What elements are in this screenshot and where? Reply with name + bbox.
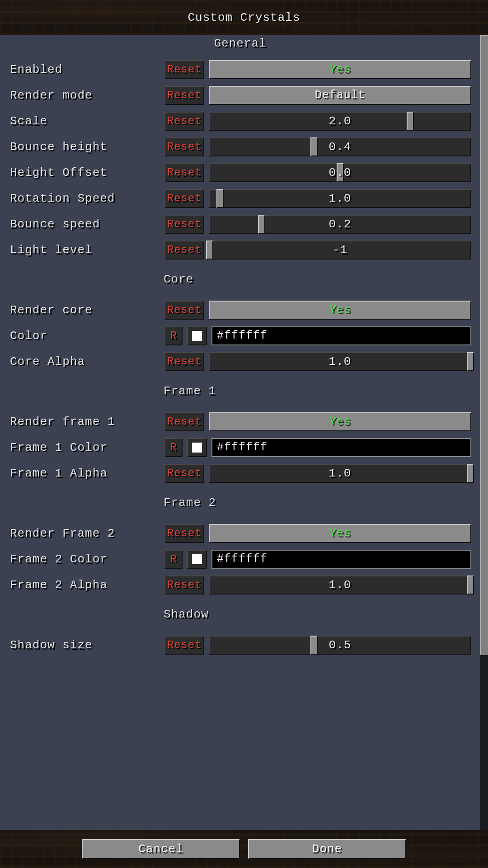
reset-render-frame1[interactable]: Reset: [164, 412, 204, 431]
row-shadow-size: Shadow size Reset 0.5: [9, 632, 471, 658]
row-render-frame2: Render Frame 2 Reset Yes: [9, 520, 471, 546]
label-enabled: Enabled: [9, 63, 160, 76]
row-frame2-color: Frame 2 Color R #ffffff: [9, 546, 471, 572]
swatch-frame2-color[interactable]: [187, 550, 207, 569]
label-render-mode: Render mode: [9, 89, 160, 102]
slider-light-level[interactable]: -1: [209, 241, 471, 259]
slider-thumb[interactable]: [310, 636, 318, 655]
reset-enabled[interactable]: Reset: [164, 60, 204, 79]
section-shadow: Shadow: [9, 598, 471, 632]
swatch-inner: [192, 331, 202, 341]
label-frame2-alpha: Frame 2 Alpha: [9, 578, 160, 592]
reset-shadow-size[interactable]: Reset: [164, 636, 204, 655]
label-height-offset: Height Offset: [9, 166, 160, 179]
row-frame1-color: Frame 1 Color R #ffffff: [9, 434, 471, 460]
done-button[interactable]: Done: [248, 839, 406, 859]
slider-thumb[interactable]: [216, 189, 224, 208]
toggle-render-core[interactable]: Yes: [209, 301, 471, 320]
row-height-offset: Height Offset Reset 0.0: [9, 160, 471, 185]
content: General Enabled Reset Yes Render mode Re…: [0, 35, 480, 658]
label-core-color: Color: [9, 329, 160, 343]
reset-frame2-color[interactable]: R: [164, 550, 183, 569]
row-render-frame1: Render frame 1 Reset Yes: [9, 409, 471, 434]
input-frame2-color[interactable]: #ffffff: [211, 550, 471, 569]
slider-thumb[interactable]: [206, 241, 213, 259]
label-bounce-speed: Bounce speed: [9, 217, 160, 231]
reset-frame1-color[interactable]: R: [164, 438, 183, 457]
section-general: General: [9, 35, 471, 57]
slider-scale[interactable]: 2.0: [209, 112, 471, 131]
slider-thumb[interactable]: [337, 163, 344, 182]
label-bounce-height: Bounce height: [9, 140, 160, 154]
slider-value: 2.0: [210, 113, 470, 130]
header: Custom Crystals: [0, 0, 488, 35]
reset-core-alpha[interactable]: Reset: [164, 352, 204, 371]
reset-render-core[interactable]: Reset: [164, 301, 204, 320]
row-frame2-alpha: Frame 2 Alpha Reset 1.0: [9, 572, 471, 598]
reset-frame2-alpha[interactable]: Reset: [164, 576, 204, 594]
row-core-alpha: Core Alpha Reset 1.0: [9, 349, 471, 374]
slider-thumb[interactable]: [467, 576, 474, 594]
label-light-level: Light level: [9, 243, 160, 257]
input-frame1-color[interactable]: #ffffff: [211, 438, 471, 457]
row-bounce-height: Bounce height Reset 0.4: [9, 134, 471, 160]
swatch-core-color[interactable]: [187, 326, 207, 345]
toggle-render-frame1[interactable]: Yes: [209, 412, 471, 431]
slider-bounce-speed[interactable]: 0.2: [209, 215, 471, 234]
label-frame1-color: Frame 1 Color: [9, 441, 160, 454]
input-core-color[interactable]: #ffffff: [211, 326, 471, 345]
row-scale: Scale Reset 2.0: [9, 108, 471, 134]
reset-core-color[interactable]: R: [164, 326, 183, 345]
slider-value: 0.5: [210, 637, 470, 654]
cancel-button[interactable]: Cancel: [82, 839, 240, 859]
swatch-inner: [192, 554, 202, 564]
slider-frame1-alpha[interactable]: 1.0: [209, 464, 471, 483]
reset-render-mode[interactable]: Reset: [164, 86, 204, 105]
slider-value: 1.0: [210, 353, 470, 370]
reset-scale[interactable]: Reset: [164, 112, 204, 131]
reset-bounce-height[interactable]: Reset: [164, 137, 204, 156]
slider-thumb[interactable]: [407, 112, 414, 131]
slider-value: 0.4: [210, 138, 470, 156]
slider-height-offset[interactable]: 0.0: [209, 163, 471, 182]
section-frame1: Frame 1: [9, 374, 471, 409]
toggle-enabled[interactable]: Yes: [209, 60, 471, 79]
scrollbar-thumb[interactable]: [480, 35, 488, 655]
label-frame1-alpha: Frame 1 Alpha: [9, 467, 160, 480]
slider-thumb[interactable]: [258, 215, 265, 234]
label-rotation-speed: Rotation Speed: [9, 192, 160, 205]
label-shadow-size: Shadow size: [9, 638, 160, 652]
reset-light-level[interactable]: Reset: [164, 241, 204, 259]
reset-rotation-speed[interactable]: Reset: [164, 189, 204, 208]
row-bounce-speed: Bounce speed Reset 0.2: [9, 211, 471, 237]
reset-height-offset[interactable]: Reset: [164, 163, 204, 182]
reset-bounce-speed[interactable]: Reset: [164, 215, 204, 234]
label-render-frame2: Render Frame 2: [9, 527, 160, 540]
reset-render-frame2[interactable]: Reset: [164, 524, 204, 543]
page-title: Custom Crystals: [188, 11, 300, 24]
slider-core-alpha[interactable]: 1.0: [209, 352, 471, 371]
row-core-color: Color R #ffffff: [9, 323, 471, 349]
reset-frame1-alpha[interactable]: Reset: [164, 464, 204, 483]
main-panel: General Enabled Reset Yes Render mode Re…: [0, 35, 488, 830]
button-render-mode[interactable]: Default: [209, 86, 471, 105]
slider-shadow-size[interactable]: 0.5: [209, 636, 471, 655]
row-frame1-alpha: Frame 1 Alpha Reset 1.0: [9, 460, 471, 486]
slider-thumb[interactable]: [467, 352, 474, 371]
slider-value: 1.0: [210, 465, 470, 482]
scrollbar[interactable]: [480, 35, 488, 830]
row-light-level: Light level Reset -1: [9, 237, 471, 263]
swatch-frame1-color[interactable]: [187, 438, 207, 457]
slider-thumb[interactable]: [467, 464, 474, 483]
footer: Cancel Done: [0, 830, 488, 868]
slider-bounce-height[interactable]: 0.4: [209, 137, 471, 156]
slider-thumb[interactable]: [310, 137, 318, 156]
label-render-core: Render core: [9, 303, 160, 317]
slider-value: 0.2: [210, 216, 470, 233]
slider-frame2-alpha[interactable]: 1.0: [209, 576, 471, 594]
swatch-inner: [192, 443, 202, 453]
row-render-mode: Render mode Reset Default: [9, 82, 471, 108]
slider-rotation-speed[interactable]: 1.0: [209, 189, 471, 208]
toggle-render-frame2[interactable]: Yes: [209, 524, 471, 543]
label-scale: Scale: [9, 114, 160, 128]
